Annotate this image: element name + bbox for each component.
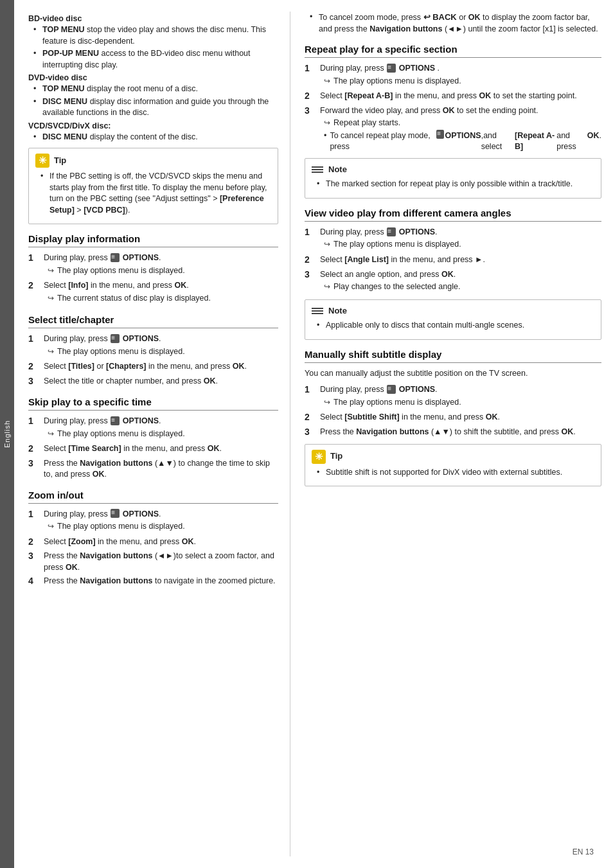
step-item: 2 Select [Angle List] in the menu, and p…: [305, 254, 601, 267]
step-number: 2: [305, 90, 316, 103]
note-label: Note: [328, 164, 347, 176]
bd-video-disc-list: TOP MENU stop the video play and shows t…: [28, 24, 278, 71]
step-content: Select [Angle List] in the menu, and pre…: [320, 254, 601, 266]
arrow-text: The play options menu is displayed.: [57, 521, 185, 533]
step-number: 2: [305, 411, 316, 424]
manually-shift-subtitle-title: Manually shift subtitle display: [305, 349, 601, 363]
step-content: Press the Navigation buttons (▲▼) to cha…: [44, 458, 278, 481]
step-item: 1 During play, press OPTIONS. ↪The play …: [305, 384, 601, 409]
note-box-camera-angles: Note Applicable only to discs that conta…: [305, 299, 601, 340]
list-item: The marked section for repeat play is on…: [317, 179, 594, 190]
step-item: 4 Press the Navigation buttons to naviga…: [28, 576, 278, 588]
step-content: During play, press OPTIONS. ↪The play op…: [44, 509, 278, 534]
tip-icon: ✳: [35, 154, 49, 168]
sidebar-language-tab: English: [0, 0, 14, 868]
manually-shift-steps: 1 During play, press OPTIONS. ↪The play …: [305, 384, 601, 438]
step-number: 2: [28, 443, 40, 456]
note-header: Note: [312, 305, 594, 317]
step-item: 2 Select [Time Search] in the menu, and …: [28, 443, 278, 456]
zoom-inout-title: Zoom in/out: [28, 490, 278, 504]
options-icon: [111, 416, 120, 425]
step-content: During play, press OPTIONS. ↪The play op…: [320, 227, 601, 252]
main-content: BD-video disc TOP MENU stop the video pl…: [14, 0, 613, 868]
step-number: 3: [28, 375, 40, 388]
arrow-text: The play options menu is displayed.: [57, 265, 185, 277]
arrow-text: The play options menu is displayed.: [333, 397, 461, 409]
arrow-text: The play options menu is displayed.: [333, 76, 461, 87]
sub-bullet: To cancel repeat play mode, press OPTION…: [320, 130, 601, 153]
step-number: 2: [28, 536, 40, 549]
repeat-play-steps: 1 During play, press OPTIONS . ↪The play…: [305, 63, 601, 153]
options-icon: [387, 385, 396, 394]
note-content-list: The marked section for repeat play is on…: [312, 179, 594, 190]
step-number: 1: [28, 508, 40, 521]
tip-label: Tip: [54, 155, 66, 167]
arrow-item: ↪The play options menu is displayed.: [44, 265, 278, 277]
step-item: 1 During play, press OPTIONS. ↪The play …: [28, 509, 278, 534]
note-icon-lines: [312, 166, 323, 173]
step-item: 1 During play, press OPTIONS. ↪The play …: [28, 252, 278, 278]
step-content: Select an angle option, and press OK. ↪P…: [320, 269, 601, 294]
step-content: Select [Time Search] in the menu, and pr…: [44, 443, 278, 455]
vcd-disc-section: VCD/SVCD/DivX disc: DISC MENU display th…: [28, 121, 278, 143]
step-content: During play, press OPTIONS. ↪The play op…: [44, 333, 278, 359]
bd-video-disc-section: BD-video disc TOP MENU stop the video pl…: [28, 14, 278, 71]
step-item: 1 During play, press OPTIONS. ↪The play …: [305, 227, 601, 252]
step-number: 3: [305, 269, 316, 281]
options-icon: [387, 227, 396, 236]
step-item: 3 Select the title or chapter number, an…: [28, 376, 278, 388]
left-column: BD-video disc TOP MENU stop the video pl…: [14, 12, 290, 856]
step-item: 2 Select [Repeat A-B] in the menu, and p…: [305, 91, 601, 103]
tip-icon: ✳: [312, 450, 326, 464]
step-number: 2: [28, 360, 40, 373]
step-content: Press the Navigation buttons (▲▼) to shi…: [320, 427, 601, 438]
step-content: Select [Repeat A-B] in the menu, and pre…: [320, 91, 601, 102]
step-content: Press the Navigation buttons (◄►)to sele…: [44, 551, 278, 573]
step-item: 3 Press the Navigation buttons (▲▼) to s…: [305, 427, 601, 439]
page-container: English BD-video disc TOP MENU stop the …: [0, 0, 613, 868]
step-content: During play, press OPTIONS. ↪The play op…: [44, 416, 278, 441]
step-content: During play, press OPTIONS . ↪The play o…: [320, 63, 601, 88]
dvd-video-disc-list: TOP MENU display the root menu of a disc…: [28, 84, 278, 119]
step-content: Select [Subtitle Shift] in the menu, and…: [320, 412, 601, 423]
step-number: 1: [28, 333, 40, 346]
step-number: 3: [28, 457, 40, 470]
note-box-repeat-play: Note The marked section for repeat play …: [305, 158, 601, 199]
note-label: Note: [328, 305, 347, 317]
step-item: 3 Press the Navigation buttons (▲▼) to c…: [28, 458, 278, 481]
step-number: 3: [305, 426, 316, 439]
arrow-text: The play options menu is displayed.: [57, 346, 185, 358]
options-icon: [111, 253, 120, 262]
list-item: TOP MENU display the root menu of a disc…: [33, 84, 278, 95]
step-item: 1 During play, press OPTIONS. ↪The play …: [28, 333, 278, 359]
bd-video-disc-heading: BD-video disc: [28, 14, 278, 23]
step-item: 3 Press the Navigation buttons (◄►)to se…: [28, 551, 278, 573]
step-item: 2 Select [Info] in the menu, and press O…: [28, 280, 278, 305]
step-content: Forward the video play, and press OK to …: [320, 105, 601, 153]
step-number: 3: [28, 550, 40, 563]
skip-play-time-steps: 1 During play, press OPTIONS. ↪The play …: [28, 416, 278, 481]
step-number: 1: [305, 226, 316, 239]
step-number: 2: [305, 254, 316, 267]
options-icon: [111, 334, 120, 343]
tip-content-list: Subtitle shift is not supported for DivX…: [312, 467, 594, 479]
skip-play-time-title: Skip play to a specific time: [28, 396, 278, 411]
step-item: 2 Select [Titles] or [Chapters] in the m…: [28, 361, 278, 373]
list-item: Applicable only to discs that contain mu…: [317, 320, 594, 332]
options-icon: [436, 130, 444, 139]
step-number: 1: [305, 62, 316, 75]
arrow-item: ↪Play changes to the selected angle.: [320, 281, 601, 293]
arrow-item: ↪The play options menu is displayed.: [44, 521, 278, 533]
step-content: Select the title or chapter number, and …: [44, 376, 278, 387]
repeat-play-section-title: Repeat play for a specific section: [305, 44, 601, 58]
step-item: 3 Select an angle option, and press OK. …: [305, 269, 601, 294]
list-item: If the PBC setting is off, the VCD/SVCD …: [40, 171, 271, 216]
step-number: 2: [28, 279, 40, 292]
note-header: Note: [312, 164, 594, 176]
arrow-item: ↪The current status of disc play is disp…: [44, 293, 278, 305]
note-icon-lines: [312, 308, 323, 314]
tip-header: ✳ Tip: [35, 154, 271, 168]
options-icon: [387, 64, 396, 73]
dvd-video-disc-section: DVD-video disc TOP MENU display the root…: [28, 73, 278, 119]
arrow-text: Repeat play starts.: [333, 118, 400, 129]
